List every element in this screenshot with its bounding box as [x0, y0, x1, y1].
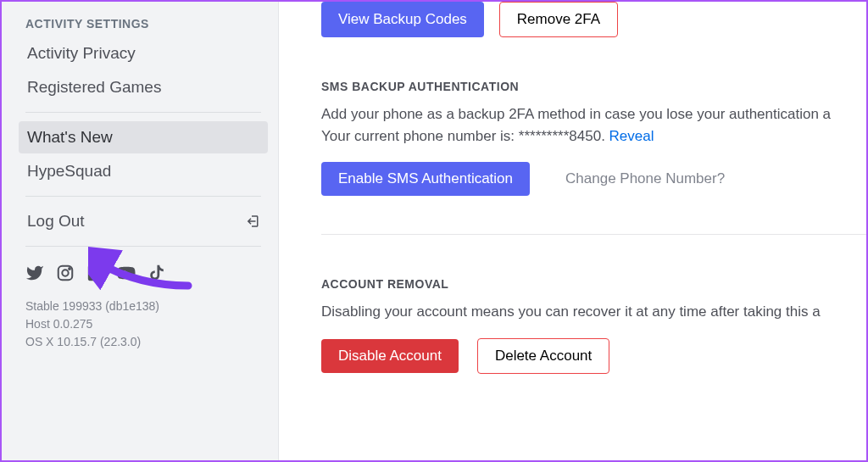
account-removal-section: ACCOUNT REMOVAL Disabling your account m…	[321, 277, 866, 374]
twitter-icon[interactable]	[25, 264, 44, 282]
version-line: Stable 199933 (db1e138)	[25, 298, 261, 315]
sidebar-item-registered-games[interactable]: Registered Games	[19, 71, 268, 103]
svg-point-2	[69, 268, 70, 270]
section-title: SMS BACKUP AUTHENTICATION	[321, 80, 866, 93]
svg-point-1	[62, 270, 68, 276]
divider	[25, 246, 261, 247]
reveal-phone-link[interactable]: Reveal	[609, 128, 654, 144]
instagram-icon[interactable]	[56, 264, 75, 282]
section-description: Disabling your account means you can rec…	[321, 301, 866, 323]
main-content: View Backup Codes Remove 2FA SMS BACKUP …	[279, 2, 866, 460]
divider	[321, 234, 866, 235]
sidebar-item-label: Log Out	[27, 212, 85, 231]
section-description: Add your phone as a backup 2FA method in…	[321, 103, 866, 147]
sms-backup-section: SMS BACKUP AUTHENTICATION Add your phone…	[321, 80, 866, 196]
sidebar: ACTIVITY SETTINGS Activity Privacy Regis…	[2, 2, 279, 460]
remove-2fa-button[interactable]: Remove 2FA	[499, 2, 618, 37]
sms-button-row: Enable SMS Authentication Change Phone N…	[321, 162, 866, 196]
version-line: OS X 10.15.7 (22.3.0)	[25, 333, 261, 351]
sidebar-section-header: ACTIVITY SETTINGS	[19, 17, 268, 37]
logout-icon	[244, 214, 259, 229]
tiktok-icon[interactable]	[147, 264, 166, 282]
divider	[25, 196, 261, 197]
change-phone-button[interactable]: Change Phone Number?	[548, 162, 742, 196]
two-fa-buttons: View Backup Codes Remove 2FA	[321, 2, 866, 37]
delete-account-button[interactable]: Delete Account	[477, 338, 609, 374]
sidebar-item-label: Activity Privacy	[27, 44, 136, 63]
divider	[25, 112, 261, 113]
sidebar-item-whats-new[interactable]: What's New	[19, 121, 268, 153]
social-links	[19, 255, 268, 291]
section-title: ACCOUNT REMOVAL	[321, 277, 866, 291]
version-info: Stable 199933 (db1e138) Host 0.0.275 OS …	[19, 291, 268, 351]
enable-sms-auth-button[interactable]: Enable SMS Authentication	[321, 162, 530, 196]
youtube-icon[interactable]	[117, 264, 136, 282]
disable-account-button[interactable]: Disable Account	[321, 339, 459, 373]
view-backup-codes-button[interactable]: View Backup Codes	[321, 2, 484, 37]
sidebar-item-label: Registered Games	[27, 78, 161, 97]
sidebar-item-label: What's New	[27, 128, 113, 147]
version-line: Host 0.0.275	[25, 315, 261, 333]
facebook-icon[interactable]	[86, 264, 105, 282]
sidebar-item-activity-privacy[interactable]: Activity Privacy	[19, 37, 268, 70]
sidebar-item-label: HypeSquad	[27, 162, 111, 181]
sidebar-item-hypesquad[interactable]: HypeSquad	[19, 155, 268, 187]
removal-button-row: Disable Account Delete Account	[321, 338, 866, 374]
sidebar-item-logout[interactable]: Log Out	[19, 205, 268, 237]
